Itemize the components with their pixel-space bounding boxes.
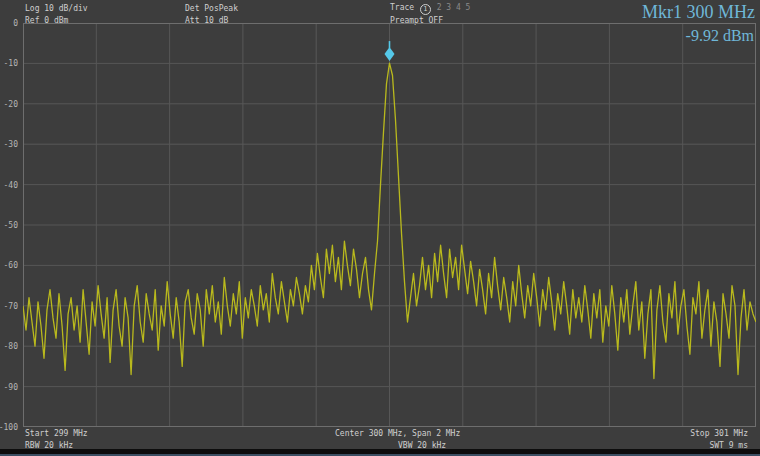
start-freq-label: Start 299 MHz — [25, 429, 88, 439]
detector-label: Det PosPeak — [185, 4, 238, 14]
spectrum-plot — [23, 23, 756, 427]
trace-inactive-list: 2 3 4 5 — [432, 3, 471, 12]
y-axis-tick: -60 — [4, 261, 18, 270]
y-axis-tick: -30 — [4, 140, 18, 149]
y-axis-tick: -50 — [4, 221, 18, 230]
center-span-label: Center 300 MHz, Span 2 MHz — [335, 429, 460, 439]
y-axis-tick: 0 — [13, 19, 18, 28]
stop-freq-label: Stop 301 MHz — [690, 429, 748, 439]
marker-diamond — [385, 47, 395, 61]
y-axis-tick: -80 — [4, 342, 18, 351]
y-axis-tick: -40 — [4, 181, 18, 190]
plot-area — [23, 23, 756, 427]
y-axis-tick: -20 — [4, 100, 18, 109]
spectrum-analyzer-screen: Log 10 dB/div Ref 0 dBm Det PosPeak Att … — [0, 0, 760, 456]
marker-readout-title: Mkr1 300 MHz — [642, 2, 755, 22]
y-axis-tick: -70 — [4, 302, 18, 311]
y-axis: 0-10-20-30-40-50-60-70-80-90-100 — [0, 23, 20, 427]
amplitude-scale-label: Log 10 dB/div — [25, 4, 88, 14]
trace-label: Trace — [390, 3, 419, 12]
trace-active-badge: 1 — [420, 4, 431, 15]
y-axis-tick: -10 — [4, 59, 18, 68]
y-axis-tick: -90 — [4, 383, 18, 392]
trace-selector: Trace 1 2 3 4 5 — [390, 3, 470, 15]
y-axis-tick: -100 — [0, 423, 18, 432]
